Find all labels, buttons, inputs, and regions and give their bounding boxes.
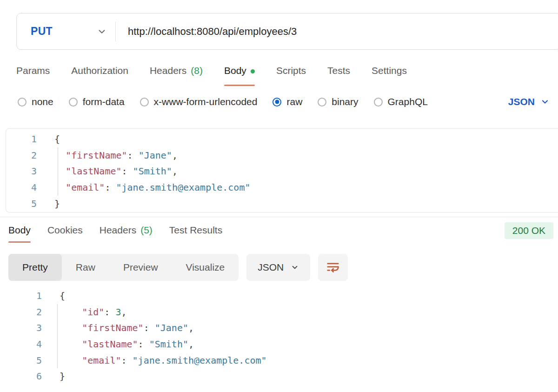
code-line: 3 "lastName": "Smith", <box>6 163 558 179</box>
code-text: "email": "jane.smith@example.com" <box>42 355 267 366</box>
code-line: 4 "email": "jane.smith@example.com" <box>6 179 558 196</box>
token: { <box>54 133 60 145</box>
code-line: 2 "firstName": "Jane", <box>6 147 558 164</box>
tab-label: Tests <box>327 65 350 76</box>
tab-label: Params <box>16 65 50 76</box>
body-type-x-www-form-urlencoded[interactable]: x-www-form-urlencoded <box>140 96 258 107</box>
response-tab-test-results[interactable]: Test Results <box>169 225 222 243</box>
token: : <box>104 306 115 318</box>
view-raw[interactable]: Raw <box>62 254 109 281</box>
response-view-switcher: PrettyRawPreviewVisualize <box>8 254 239 281</box>
response-toolbar: PrettyRawPreviewVisualize JSON <box>8 254 348 281</box>
tab-authorization[interactable]: Authorization <box>71 65 128 86</box>
tab-label: Settings <box>372 65 407 76</box>
unsaved-changes-dot-icon <box>251 69 255 73</box>
radio-icon <box>140 98 149 106</box>
tab-label: Scripts <box>276 65 306 76</box>
chevron-down-icon <box>540 97 550 106</box>
token <box>60 355 82 366</box>
tab-scripts[interactable]: Scripts <box>276 65 306 86</box>
view-pretty[interactable]: Pretty <box>8 254 62 281</box>
token: "id" <box>82 306 104 318</box>
tab-label: Headers <box>100 225 136 236</box>
body-type-form-data[interactable]: form-data <box>69 96 125 107</box>
radio-icon <box>272 98 281 106</box>
tab-headers[interactable]: Headers(8) <box>150 65 203 86</box>
token: "Smith" <box>133 166 172 177</box>
code-text: "lastName": "Smith", <box>42 339 194 350</box>
response-tab-cookies[interactable]: Cookies <box>47 225 83 243</box>
tab-label: Body <box>224 65 246 76</box>
token: { <box>60 290 65 301</box>
language-select[interactable]: JSON <box>508 96 550 107</box>
response-tab-body[interactable]: Body <box>8 225 31 243</box>
radio-label: GraphQL <box>388 96 428 107</box>
tab-count-badge: (5) <box>140 225 153 236</box>
token: : <box>122 166 133 177</box>
token: "jane.smith@example.com" <box>116 182 250 193</box>
code-line: 3 "firstName": "Jane", <box>0 320 558 336</box>
radio-label: binary <box>332 96 358 107</box>
token: "firstName" <box>82 322 143 333</box>
code-text: "firstName": "Jane", <box>42 322 194 333</box>
line-number: 1 <box>6 133 37 145</box>
radio-icon <box>69 98 78 106</box>
token: 3 <box>115 306 121 318</box>
line-number: 3 <box>6 166 37 177</box>
body-type-none[interactable]: none <box>18 96 53 107</box>
code-line: 6} <box>0 368 558 385</box>
token: "email" <box>82 355 121 366</box>
token: : <box>138 339 149 350</box>
response-tabs: BodyCookiesHeaders(5)Test Results200 OK <box>8 225 553 243</box>
tab-label: Authorization <box>71 65 128 76</box>
line-number: 4 <box>0 339 42 350</box>
tab-label: Headers <box>150 65 186 76</box>
url-input[interactable]: http://localhost:8080/api/employees/3 <box>116 26 297 38</box>
token: : <box>127 150 139 161</box>
line-number: 5 <box>0 355 42 366</box>
token: "Jane" <box>139 150 172 161</box>
code-line: 4 "lastName": "Smith", <box>0 336 558 352</box>
token: } <box>60 371 65 382</box>
view-preview[interactable]: Preview <box>109 254 172 281</box>
radio-icon <box>318 98 326 106</box>
tab-params[interactable]: Params <box>16 65 50 86</box>
chevron-down-icon <box>97 27 107 37</box>
token: : <box>144 322 155 333</box>
line-number: 2 <box>6 150 37 161</box>
code-text: { <box>37 133 60 145</box>
token: "jane.smith@example.com" <box>133 355 267 366</box>
tab-settings[interactable]: Settings <box>372 65 407 86</box>
body-type-binary[interactable]: binary <box>318 96 358 107</box>
response-body-viewer[interactable]: 1{2 "id": 3,3 "firstName": "Jane",4 "las… <box>0 286 558 387</box>
tab-label: Cookies <box>47 225 83 236</box>
token: "lastName" <box>82 339 138 350</box>
tab-label: Body <box>8 225 31 236</box>
tab-body[interactable]: Body <box>224 65 255 86</box>
line-number: 5 <box>6 198 37 209</box>
response-tab-headers[interactable]: Headers(5) <box>100 225 153 243</box>
token: "lastName" <box>66 166 121 177</box>
view-visualize[interactable]: Visualize <box>172 254 239 281</box>
token: : <box>121 355 132 366</box>
method-selector[interactable]: PUT <box>17 13 115 49</box>
code-line: 2 "id": 3, <box>0 304 558 320</box>
radio-icon <box>374 98 383 106</box>
code-text: "email": "jane.smith@example.com" <box>37 182 250 193</box>
body-type-graphql[interactable]: GraphQL <box>374 96 428 107</box>
request-body-editor[interactable]: 1{2 "firstName": "Jane",3 "lastName": "S… <box>6 128 558 213</box>
body-type-raw[interactable]: raw <box>272 96 302 107</box>
language-label: JSON <box>508 96 535 107</box>
code-text: "id": 3, <box>42 306 127 318</box>
response-format-select[interactable]: JSON <box>246 254 310 281</box>
tab-count-badge: (8) <box>191 65 203 76</box>
radio-icon <box>18 98 27 106</box>
wrap-lines-button[interactable] <box>318 254 348 281</box>
code-text: } <box>42 371 65 382</box>
status-badge[interactable]: 200 OK <box>505 222 553 239</box>
code-text: } <box>37 198 60 209</box>
tab-tests[interactable]: Tests <box>327 65 350 86</box>
token <box>60 306 82 318</box>
token: , <box>188 339 194 350</box>
radio-label: none <box>32 96 53 107</box>
